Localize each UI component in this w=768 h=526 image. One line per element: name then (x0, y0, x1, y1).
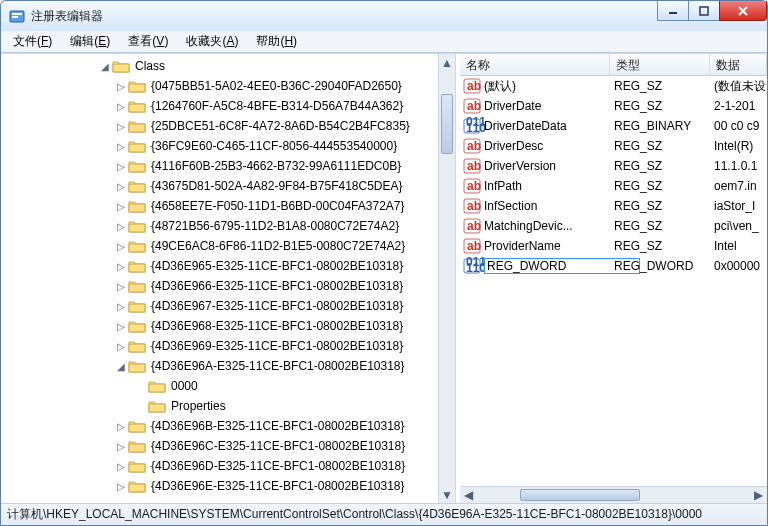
tree-node-class[interactable]: ◢ Class (5, 56, 455, 76)
tree-node[interactable]: ▷ {4116F60B-25B3-4662-B732-99A6111EDC0B} (5, 156, 455, 176)
tree-node[interactable]: ▷ {43675D81-502A-4A82-9F84-B75F418C5DEA} (5, 176, 455, 196)
folder-icon (129, 419, 145, 433)
tree-node[interactable]: ▷ {4D36E968-E325-11CE-BFC1-08002BE10318} (5, 316, 455, 336)
tree-node-expanded[interactable]: ◢ {4D36E96A-E325-11CE-BFC1-08002BE10318} (5, 356, 455, 376)
menu-favorites[interactable]: 收藏夹(A) (178, 31, 246, 52)
close-button[interactable] (719, 1, 767, 21)
tree-child-node[interactable]: 0000 (5, 376, 455, 396)
collapsed-toggle-icon[interactable]: ▷ (115, 200, 127, 212)
tree-node[interactable]: ▷ {4D36E966-E325-11CE-BFC1-08002BE10318} (5, 276, 455, 296)
list-item-editing[interactable]: REG_DWORD 0x00000 (460, 256, 767, 276)
column-name[interactable]: 名称 (460, 54, 610, 75)
menu-file[interactable]: 文件(F) (5, 31, 60, 52)
list-hscrollbar[interactable]: ◀ ▶ (460, 486, 767, 503)
column-type[interactable]: 类型 (610, 54, 710, 75)
tree-node[interactable]: ▷ {4D36E96D-E325-11CE-BFC1-08002BE10318} (5, 456, 455, 476)
scroll-down-icon[interactable]: ▼ (439, 486, 455, 503)
collapsed-toggle-icon[interactable]: ▷ (115, 180, 127, 192)
folder-icon (129, 339, 145, 353)
tree-scroll[interactable]: ◢ Class ▷ {0475BB51-5A02-4EE0-B36C-29040… (1, 54, 455, 503)
menubar: 文件(F) 编辑(E) 查看(V) 收藏夹(A) 帮助(H) (1, 31, 767, 53)
collapsed-toggle-icon[interactable]: ▷ (115, 420, 127, 432)
column-data[interactable]: 数据 (710, 54, 767, 75)
folder-icon (129, 219, 145, 233)
collapsed-toggle-icon[interactable]: ▷ (115, 120, 127, 132)
collapsed-toggle-icon[interactable]: ▷ (115, 300, 127, 312)
string-value-icon (464, 78, 480, 94)
tree-node[interactable]: ▷ {4D36E96E-E325-11CE-BFC1-08002BE10318} (5, 476, 455, 496)
value-type: REG_SZ (610, 179, 710, 193)
tree-label: {4D36E96A-E325-11CE-BFC1-08002BE10318} (149, 359, 407, 373)
maximize-button[interactable] (688, 1, 720, 21)
value-type: REG_SZ (610, 199, 710, 213)
menu-view[interactable]: 查看(V) (120, 31, 176, 52)
tree-label: {4D36E968-E325-11CE-BFC1-08002BE10318} (149, 319, 405, 333)
collapsed-toggle-icon[interactable]: ▷ (115, 320, 127, 332)
tree-node[interactable]: ▷ {1264760F-A5C8-4BFE-B314-D56A7B44A362} (5, 96, 455, 116)
collapsed-toggle-icon[interactable]: ▷ (115, 240, 127, 252)
tree-node[interactable]: ▷ {4658EE7E-F050-11D1-B6BD-00C04FA372A7} (5, 196, 455, 216)
toggle-spacer (135, 380, 147, 392)
svg-rect-1 (12, 13, 22, 15)
tree-node[interactable]: ▷ {48721B56-6795-11D2-B1A8-0080C72E74A2} (5, 216, 455, 236)
tree-scroll-thumb[interactable] (441, 94, 453, 154)
tree-node[interactable]: ▷ {0475BB51-5A02-4EE0-B36C-29040FAD2650} (5, 76, 455, 96)
tree-node[interactable]: ▷ {4D36E96B-E325-11CE-BFC1-08002BE10318} (5, 416, 455, 436)
menu-edit[interactable]: 编辑(E) (62, 31, 118, 52)
string-value-icon (464, 98, 480, 114)
collapsed-toggle-icon[interactable]: ▷ (115, 440, 127, 452)
scroll-up-icon[interactable]: ▲ (439, 54, 455, 71)
tree-node[interactable]: ▷ {25DBCE51-6C8F-4A72-8A6D-B54C2B4FC835} (5, 116, 455, 136)
titlebar[interactable]: 注册表编辑器 (1, 1, 767, 31)
folder-icon (129, 239, 145, 253)
collapsed-toggle-icon[interactable]: ▷ (115, 80, 127, 92)
tree-child-node[interactable]: Properties (5, 396, 455, 416)
collapsed-toggle-icon[interactable]: ▷ (115, 280, 127, 292)
scroll-left-icon[interactable]: ◀ (460, 487, 477, 503)
value-type: REG_SZ (610, 219, 710, 233)
collapsed-toggle-icon[interactable]: ▷ (115, 100, 127, 112)
list-item[interactable]: DriverDate REG_SZ 2-1-201 (460, 96, 767, 116)
minimize-button[interactable] (657, 1, 689, 21)
value-data: (数值未设 (710, 78, 767, 95)
expanded-toggle-icon[interactable]: ◢ (99, 60, 111, 72)
tree-node[interactable]: ▷ {4D36E96C-E325-11CE-BFC1-08002BE10318} (5, 436, 455, 456)
collapsed-toggle-icon[interactable]: ▷ (115, 340, 127, 352)
expanded-toggle-icon[interactable]: ◢ (115, 360, 127, 372)
tree-node[interactable]: ▷ {36FC9E60-C465-11CF-8056-444553540000} (5, 136, 455, 156)
collapsed-toggle-icon[interactable]: ▷ (115, 460, 127, 472)
tree-node[interactable]: ▷ {49CE6AC8-6F86-11D2-B1E5-0080C72E74A2} (5, 236, 455, 256)
tree-vscrollbar[interactable]: ▲ ▼ (438, 54, 455, 503)
collapsed-toggle-icon[interactable]: ▷ (115, 220, 127, 232)
collapsed-toggle-icon[interactable]: ▷ (115, 260, 127, 272)
string-value-icon (464, 138, 480, 154)
tree-label: {4D36E96E-E325-11CE-BFC1-08002BE10318} (149, 479, 407, 493)
list-scroll-thumb[interactable] (520, 489, 640, 501)
tree-node[interactable]: ▷ {4D36E965-E325-11CE-BFC1-08002BE10318} (5, 256, 455, 276)
list-body[interactable]: (默认) REG_SZ (数值未设 DriverDate REG_SZ 2-1-… (460, 76, 767, 486)
folder-icon (129, 279, 145, 293)
window-controls (658, 1, 767, 21)
list-header: 名称 类型 数据 (460, 54, 767, 76)
list-item[interactable]: (默认) REG_SZ (数值未设 (460, 76, 767, 96)
collapsed-toggle-icon[interactable]: ▷ (115, 160, 127, 172)
list-item[interactable]: InfSection REG_SZ iaStor_I (460, 196, 767, 216)
tree-label: {25DBCE51-6C8F-4A72-8A6D-B54C2B4FC835} (149, 119, 412, 133)
menu-help[interactable]: 帮助(H) (248, 31, 305, 52)
folder-icon (129, 439, 145, 453)
list-item[interactable]: MatchingDevic... REG_SZ pci\ven_ (460, 216, 767, 236)
list-item[interactable]: DriverDateData REG_BINARY 00 c0 c9 (460, 116, 767, 136)
list-item[interactable]: DriverDesc REG_SZ Intel(R) (460, 136, 767, 156)
folder-icon (129, 459, 145, 473)
list-item[interactable]: DriverVersion REG_SZ 11.1.0.1 (460, 156, 767, 176)
list-item[interactable]: InfPath REG_SZ oem7.in (460, 176, 767, 196)
tree-label: {36FC9E60-C465-11CF-8056-444553540000} (149, 139, 399, 153)
tree-node[interactable]: ▷ {4D36E969-E325-11CE-BFC1-08002BE10318} (5, 336, 455, 356)
value-name: DriverVersion (484, 159, 556, 173)
tree-node[interactable]: ▷ {4D36E967-E325-11CE-BFC1-08002BE10318} (5, 296, 455, 316)
list-item[interactable]: ProviderName REG_SZ Intel (460, 236, 767, 256)
collapsed-toggle-icon[interactable]: ▷ (115, 480, 127, 492)
collapsed-toggle-icon[interactable]: ▷ (115, 140, 127, 152)
scroll-right-icon[interactable]: ▶ (750, 487, 767, 503)
tree-label: 0000 (169, 379, 200, 393)
